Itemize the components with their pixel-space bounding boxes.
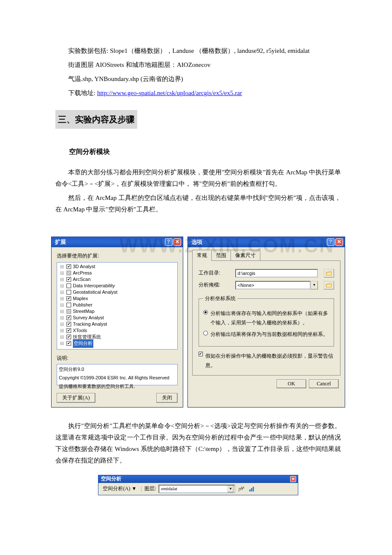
download-link[interactable]: http://www.geo-spatial.net/csk/upload/ar… bbox=[97, 90, 242, 96]
tab-cellsize[interactable]: 像素尺寸 bbox=[231, 250, 260, 261]
toolbar-title: 空间分析 bbox=[101, 474, 121, 484]
section-title: 三、实验内容及步骤 bbox=[55, 110, 137, 129]
checkbox-icon[interactable] bbox=[66, 322, 71, 327]
tab-extent[interactable]: 范围 bbox=[211, 250, 231, 261]
radio1-label: 分析输出将保存在与输入相同的坐标系中（如果有多个输入，采用第一个输入栅格的坐标系… bbox=[210, 309, 329, 327]
dropdown-icon[interactable]: ▼ bbox=[311, 281, 318, 289]
close-button[interactable]: 关闭 bbox=[156, 393, 178, 403]
data-line-4: 下载地址: http://www.geo-spatial.net/csk/upl… bbox=[55, 87, 341, 99]
browse-folder-icon[interactable] bbox=[324, 281, 334, 289]
checkbox-icon[interactable] bbox=[66, 277, 71, 282]
extensions-list: ⊟3D Analyst⊟ArcPress⊟ArcScan⊟Data Intero… bbox=[57, 262, 178, 350]
toolbar-menu[interactable]: 空间分析(A) ▼ bbox=[101, 484, 138, 494]
paragraph-2: 然后，在 ArcMap 工具栏的空白区域点右键，在出现的右键菜单中找到"空间分析… bbox=[55, 192, 341, 215]
ok-button[interactable]: OK bbox=[277, 379, 306, 388]
spatial-analyst-toolbar: 空间分析 ✕ 空间分析(A) ▼ | 图层: emidalat ▼ bbox=[98, 475, 298, 495]
desc-line-2: Copyright ©1999-2004 ESRI Inc. All Right… bbox=[59, 374, 176, 382]
svg-rect-0 bbox=[249, 489, 251, 491]
desc-line-1: 空间分析9.0 bbox=[59, 365, 176, 374]
checkbox-icon[interactable] bbox=[66, 335, 71, 339]
checkbox-icon[interactable] bbox=[66, 296, 71, 301]
download-prefix: 下载地址: bbox=[68, 90, 97, 96]
paragraph-1: 本章的大部分练习都会用到空间分析扩展模块，要使用"空间分析模块"首先在 ArcM… bbox=[55, 167, 341, 190]
radio2-label: 分析输出结果将保存为与当前数据框相同的坐标系。 bbox=[210, 330, 328, 339]
close-icon[interactable]: ✕ bbox=[173, 238, 181, 246]
extensions-dialog-title: 扩展 bbox=[55, 237, 66, 247]
svg-rect-1 bbox=[251, 488, 252, 491]
workdir-input[interactable] bbox=[235, 269, 318, 278]
options-dialog: 选项 ? ✕ 常规 范围 像素尺寸 工作目录: bbox=[187, 237, 345, 408]
mask-label: 分析掩模: bbox=[199, 280, 231, 290]
layer-combo[interactable]: emidalat ▼ bbox=[159, 485, 235, 493]
checkbox-icon[interactable] bbox=[66, 341, 71, 346]
warn-label: 假如在分析操作中输入的栅格数据必须投影，显示警告信息。 bbox=[205, 352, 334, 370]
desc-box: 空间分析9.0 Copyright ©1999-2004 ESRI Inc. A… bbox=[57, 364, 178, 385]
help-icon[interactable]: ? bbox=[327, 238, 334, 246]
svg-rect-2 bbox=[253, 487, 254, 491]
extensions-dialog: 扩展 ? ✕ 选择要使用的扩展: ⊟3D Analyst⊟ArcPress⊟Ar… bbox=[51, 237, 183, 408]
radio-same-as-input[interactable] bbox=[203, 310, 208, 315]
cancel-button[interactable]: Cancel bbox=[309, 379, 339, 388]
extensions-prompt: 选择要使用的扩展: bbox=[57, 251, 178, 261]
checkbox-icon[interactable] bbox=[66, 283, 71, 288]
chart-icon[interactable] bbox=[248, 485, 256, 493]
tab-general[interactable]: 常规 bbox=[192, 250, 212, 261]
browse-folder-icon[interactable] bbox=[324, 269, 334, 278]
mask-input[interactable] bbox=[235, 281, 311, 289]
data-line-3: 气温.shp, YNBoundary.shp (云南省的边界) bbox=[55, 73, 341, 85]
close-icon[interactable]: ✕ bbox=[335, 238, 343, 246]
coord-legend: 分析坐标系统 bbox=[203, 294, 237, 304]
subheader-spatial: 空间分析模块 bbox=[69, 146, 341, 158]
checkbox-icon[interactable] bbox=[66, 309, 71, 314]
checkbox-icon[interactable] bbox=[66, 264, 71, 269]
ext-item-label: 空间分析 bbox=[73, 339, 93, 348]
desc-label: 说明: bbox=[57, 354, 178, 363]
checkbox-icon[interactable] bbox=[66, 315, 71, 320]
data-line-1: 实验数据包括: Slope1（栅格数据），Landuse （栅格数据）, lan… bbox=[55, 45, 341, 57]
about-extensions-button[interactable]: 关于扩展(A) bbox=[57, 393, 95, 403]
chevron-down-icon[interactable]: ▼ bbox=[228, 486, 233, 492]
checkbox-icon[interactable] bbox=[66, 271, 71, 275]
list-item[interactable]: ⊟空间分析 bbox=[59, 340, 176, 347]
checkbox-icon[interactable] bbox=[66, 290, 71, 295]
layer-label: 图层: bbox=[144, 484, 156, 494]
checkbox-icon[interactable] bbox=[66, 303, 71, 307]
warn-checkbox[interactable] bbox=[199, 352, 203, 356]
checkbox-icon[interactable] bbox=[66, 328, 71, 333]
data-line-2: 街道图层 AIOStreets 和城市地籍图层：AIOZonecov bbox=[55, 59, 341, 71]
coord-system-group: 分析坐标系统 分析输出将保存在与输入相同的坐标系中（如果有多个输入，采用第一个输… bbox=[199, 294, 334, 347]
paragraph-3: 执行"空间分析"工具栏中的菜单命令<空间分析>－<选项>设定与空间分析操作有关的… bbox=[55, 420, 341, 466]
options-dialog-title: 选项 bbox=[191, 237, 202, 247]
close-icon[interactable]: ✕ bbox=[290, 476, 296, 482]
workdir-label: 工作目录: bbox=[199, 269, 231, 278]
help-icon[interactable]: ? bbox=[165, 238, 173, 246]
histogram-icon[interactable] bbox=[238, 485, 245, 493]
layer-value: emidalat bbox=[161, 485, 177, 493]
radio-same-as-frame[interactable] bbox=[203, 331, 208, 335]
